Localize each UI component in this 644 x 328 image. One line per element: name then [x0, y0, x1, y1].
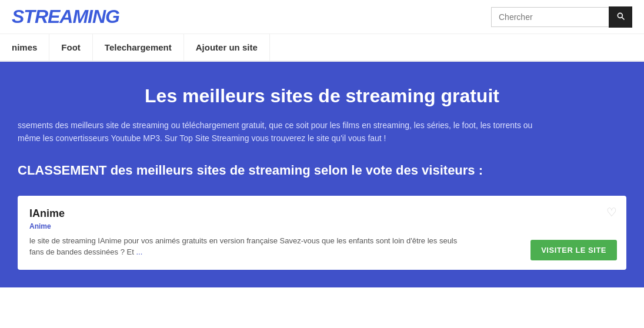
classement-heading: CLASSEMENT des meilleurs sites de stream…	[18, 163, 626, 178]
nav-item-foot[interactable]: Foot	[49, 34, 92, 61]
search-container	[491, 6, 632, 28]
cards-container: ♡ IAnime Anime le site de streaming IAni…	[0, 196, 644, 287]
nav-item-animes[interactable]: nimes	[0, 34, 49, 61]
logo-text: STREAMING	[12, 6, 119, 27]
heart-icon[interactable]: ♡	[606, 205, 617, 219]
visit-site-button[interactable]: VISITER LE SITE	[530, 240, 617, 260]
search-icon	[616, 11, 625, 21]
search-button[interactable]	[609, 6, 632, 28]
hero-title: Les meilleurs sites de streaming gratuit	[18, 85, 626, 107]
card-title: IAnime	[29, 207, 615, 220]
card-description: le site de streaming IAnime pour vos ani…	[29, 235, 471, 258]
nav-item-ajouter[interactable]: Ajouter un site	[184, 34, 270, 61]
main-nav: nimes Foot Telechargement Ajouter un sit…	[0, 34, 644, 62]
site-card: ♡ IAnime Anime le site de streaming IAni…	[18, 196, 626, 270]
card-category: Anime	[29, 222, 615, 230]
hero-description: ssements des meilleurs site de streaming…	[18, 119, 547, 145]
nav-item-telechargement[interactable]: Telechargement	[93, 34, 184, 61]
hero-section: Les meilleurs sites de streaming gratuit…	[0, 62, 644, 196]
site-logo: STREAMING	[12, 6, 119, 28]
search-input[interactable]	[491, 7, 609, 27]
header: STREAMING	[0, 0, 644, 34]
card-read-more-link[interactable]: ...	[136, 247, 142, 256]
